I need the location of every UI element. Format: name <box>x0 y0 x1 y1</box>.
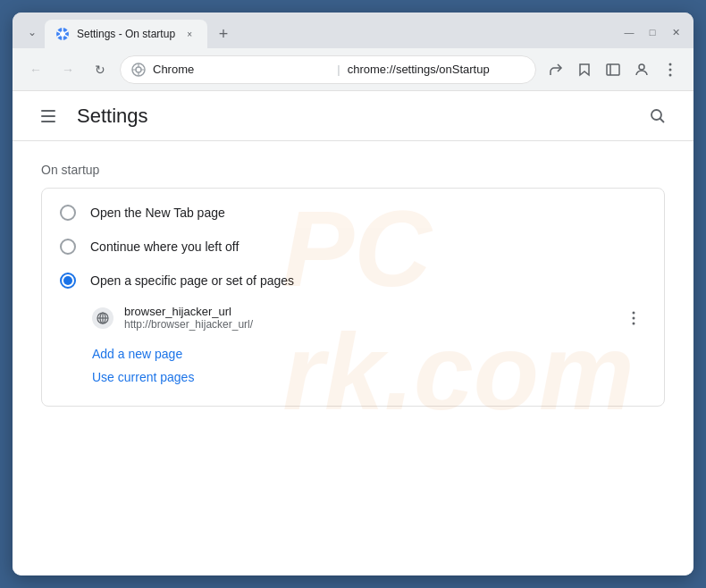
reload-btn[interactable]: ↻ <box>88 57 113 82</box>
radio-new-tab[interactable] <box>60 205 76 221</box>
back-btn[interactable]: ← <box>23 57 48 82</box>
svg-point-7 <box>669 63 672 65</box>
option-continue[interactable]: Continue where you left off <box>42 230 664 264</box>
startup-options-card: Open the New Tab page Continue where you… <box>41 188 665 407</box>
radio-continue[interactable] <box>60 239 76 255</box>
svg-point-6 <box>639 64 644 70</box>
tab-favicon <box>55 27 70 41</box>
tab-dropdown-btn[interactable]: ⌄ <box>20 20 45 45</box>
option-continue-label: Continue where you left off <box>90 239 239 254</box>
page-name: browser_hijacker_url <box>124 305 610 318</box>
site-label: Chrome <box>153 63 330 76</box>
profile-btn[interactable] <box>629 57 654 82</box>
toolbar: ← → ↻ Chrome | chrome://settings/onStart… <box>13 48 693 91</box>
tab-close-btn[interactable]: × <box>182 27 197 41</box>
option-specific-label: Open a specific page or set of pages <box>90 273 294 288</box>
forward-btn[interactable]: → <box>55 57 80 82</box>
content-area: Settings PCrk.com On startup Open th <box>13 91 693 575</box>
radio-specific[interactable] <box>60 273 76 289</box>
minimize-btn[interactable]: — <box>618 21 640 43</box>
page-more-btn[interactable] <box>621 306 646 331</box>
new-tab-btn[interactable]: + <box>211 21 236 46</box>
svg-point-10 <box>651 110 661 120</box>
section-title: On startup <box>41 163 665 177</box>
tab-title: Settings - On startup <box>77 28 175 40</box>
toolbar-actions <box>543 57 683 82</box>
hamburger-icon <box>41 110 55 122</box>
hamburger-btn[interactable] <box>34 102 63 130</box>
svg-line-11 <box>660 118 665 122</box>
address-url: chrome://settings/onStartup <box>348 63 525 76</box>
active-tab[interactable]: Settings - On startup × <box>45 20 207 48</box>
svg-point-3 <box>136 67 141 72</box>
main-content: PCrk.com On startup Open the New Tab pag… <box>13 141 693 428</box>
page-entry: browser_hijacker_url http://browser_hija… <box>42 298 664 338</box>
svg-point-1 <box>60 31 65 37</box>
svg-point-16 <box>633 311 635 314</box>
address-divider: | <box>337 63 340 76</box>
globe-icon <box>92 307 113 329</box>
settings-content: Settings PCrk.com On startup Open th <box>13 91 693 575</box>
menu-btn[interactable] <box>658 57 683 82</box>
settings-title: Settings <box>77 105 629 128</box>
radio-inner-dot <box>63 276 72 285</box>
add-new-page-link[interactable]: Add a new page <box>42 338 200 370</box>
maximize-btn[interactable]: □ <box>642 21 663 43</box>
sidebar-btn[interactable] <box>601 57 626 82</box>
window-controls: — □ ✕ <box>618 21 686 43</box>
svg-rect-4 <box>607 64 619 75</box>
titlebar: ⌄ Settings - On startup × + — □ ✕ <box>13 13 693 48</box>
settings-header: Settings <box>13 91 693 141</box>
close-btn[interactable]: ✕ <box>665 21 686 43</box>
share-btn[interactable] <box>543 57 568 82</box>
page-info: browser_hijacker_url http://browser_hija… <box>124 305 610 331</box>
page-url: http://browser_hijacker_url/ <box>124 318 610 331</box>
svg-point-9 <box>669 73 672 76</box>
option-new-tab[interactable]: Open the New Tab page <box>42 196 664 230</box>
tab-bar: ⌄ Settings - On startup × + <box>20 20 611 48</box>
settings-search-btn[interactable] <box>643 102 672 130</box>
site-security-icon <box>131 63 146 77</box>
svg-point-18 <box>633 322 635 324</box>
svg-point-8 <box>669 68 672 71</box>
use-current-pages-link[interactable]: Use current pages <box>42 370 664 399</box>
browser-window: ⌄ Settings - On startup × + — □ ✕ ← → ↻ <box>13 13 693 575</box>
option-new-tab-label: Open the New Tab page <box>90 206 225 220</box>
option-specific[interactable]: Open a specific page or set of pages <box>42 264 664 298</box>
bookmark-btn[interactable] <box>572 57 597 82</box>
svg-point-17 <box>633 316 635 319</box>
address-bar[interactable]: Chrome | chrome://settings/onStartup <box>120 55 536 84</box>
